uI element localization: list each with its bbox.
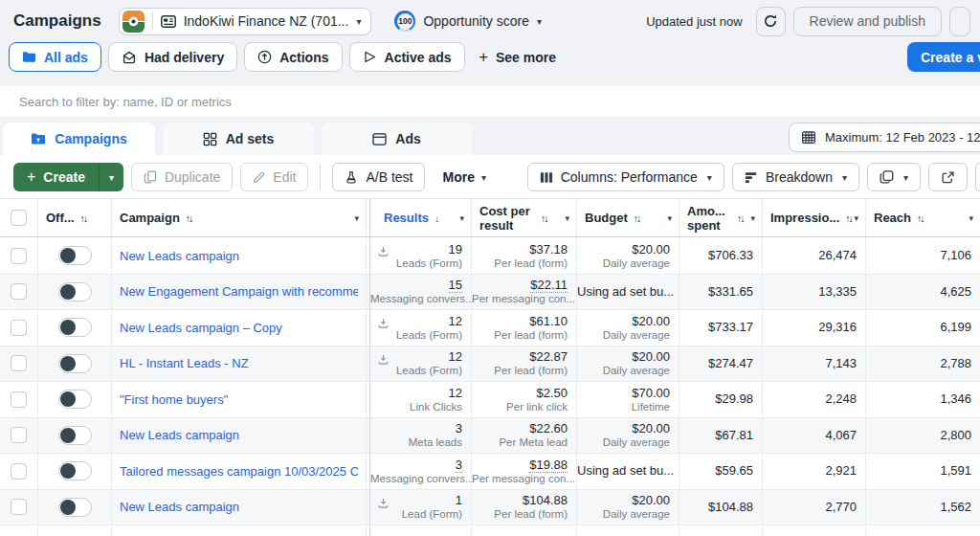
column-header-reach[interactable]: Reach ↑↓ ▾ <box>866 199 980 236</box>
account-name: IndoKiwi Finance NZ (701... <box>184 13 349 29</box>
filter-actions[interactable]: Actions <box>244 42 342 72</box>
results-label: Meta leads <box>370 436 462 449</box>
duplicate-icon <box>144 170 157 184</box>
column-header-campaign[interactable]: Campaign ↑↓ ▾ <box>112 199 367 236</box>
cost-per-result-label: Per Meta lead <box>472 436 568 449</box>
campaign-toggle[interactable] <box>58 354 92 373</box>
budget-value-cell: $20.00Daily average <box>577 346 679 382</box>
ad-account-icon <box>161 15 176 28</box>
tab-ad-sets[interactable]: Ad sets <box>163 123 314 155</box>
toggle-knob <box>60 463 76 479</box>
tab-campaigns[interactable]: Campaigns <box>3 123 155 155</box>
campaign-toggle[interactable] <box>58 498 92 517</box>
row-checkbox[interactable] <box>11 248 27 264</box>
create-view-button[interactable]: Create a view <box>907 42 980 72</box>
toolbar-right: Columns: Performance ▾ Breakdown ▾ ▾ <box>527 163 980 191</box>
select-all-cell <box>0 199 38 236</box>
column-header-amount-spent[interactable]: Amo... spent ↑↓ ▾ <box>679 199 763 236</box>
chevron-down-icon: ▾ <box>354 213 359 223</box>
row-toggle-cell <box>38 490 112 525</box>
create-dropdown-button[interactable]: ▾ <box>99 163 123 191</box>
row-checkbox[interactable] <box>11 391 27 408</box>
impressions-value: 29,316 <box>763 310 866 346</box>
partial-button[interactable] <box>975 163 980 191</box>
row-checkbox[interactable] <box>11 463 27 480</box>
row-toggle-cell <box>38 275 112 310</box>
updated-status: Updated just now <box>646 14 742 29</box>
toolbar-left: + Create ▾ Duplicate Edit A/B test More … <box>13 163 496 191</box>
amount-spent-value: $274.47 <box>679 346 763 382</box>
more-button[interactable]: More ▾ <box>433 169 495 185</box>
toggle-knob <box>60 320 76 335</box>
create-button[interactable]: + Create <box>13 163 99 191</box>
filter-all-ads[interactable]: All ads <box>9 42 101 72</box>
row-checkbox[interactable] <box>11 427 27 443</box>
campaign-toggle[interactable] <box>58 426 92 445</box>
campaign-name-link[interactable]: Tailored messages campaign 10/03/2025 Ca… <box>120 464 358 479</box>
reports-button[interactable]: ▾ <box>867 163 921 191</box>
row-select-cell <box>0 418 38 454</box>
table-body: New Leads campaign19Leads (Form)$37.18Pe… <box>0 238 980 536</box>
campaign-toggle[interactable] <box>58 246 92 265</box>
results-value: 15 <box>449 278 462 293</box>
refresh-button[interactable] <box>756 7 786 36</box>
column-header-budget[interactable]: Budget ↑↓ ▾ <box>577 199 679 236</box>
breakdown-button[interactable]: Breakdown ▾ <box>732 163 859 191</box>
tab-ads[interactable]: Ads <box>322 123 472 155</box>
campaign-name-link[interactable]: New Engagement Campaign with recommen... <box>120 284 358 299</box>
row-checkbox[interactable] <box>11 499 27 515</box>
campaign-toggle[interactable] <box>58 282 92 302</box>
score-value: 100 <box>397 13 413 30</box>
reach-value: 1,562 <box>866 490 980 525</box>
campaign-name-link[interactable]: New Leads campaign <box>120 428 239 442</box>
results-value-cell: 12Leads (Form) <box>370 346 472 382</box>
row-checkbox[interactable] <box>11 283 27 300</box>
divider <box>320 165 321 190</box>
budget-cell: Using ad set bu... <box>577 275 679 310</box>
campaign-name-link[interactable]: "First home buyers" <box>120 392 228 407</box>
budget-label: Daily average <box>577 257 670 270</box>
column-header-off[interactable]: Off... ↑↓ <box>38 199 112 236</box>
campaign-name-link[interactable]: New Leads campaign – Copy <box>120 321 282 335</box>
date-range-selector[interactable]: Maximum: 12 Feb 2023 - 12 Mar 2023 <box>789 123 980 152</box>
campaigns-folder-icon <box>31 132 46 145</box>
account-selector[interactable]: IndoKiwi Finance NZ (701... ▾ <box>119 8 372 35</box>
table-row: New Leads campaign19Leads (Form)$37.18Pe… <box>0 238 980 275</box>
edit-button[interactable]: Edit <box>240 163 308 191</box>
divider <box>152 12 153 30</box>
column-header-impressions[interactable]: Impressio... ↑↓ ▾ <box>763 199 866 236</box>
top-bar: Campaigns IndoKiwi Finance NZ (701... ▾ … <box>0 0 980 42</box>
search-input[interactable] <box>0 94 980 110</box>
columns-button[interactable]: Columns: Performance ▾ <box>527 163 724 191</box>
impressions-value: 4,067 <box>763 418 866 454</box>
campaign-toggle[interactable] <box>58 318 92 337</box>
opportunity-score[interactable]: 100 Opportunity score ▾ <box>394 11 542 32</box>
review-and-publish-button[interactable]: Review and publish <box>793 7 942 36</box>
campaign-name-cell: New Leads campaign <box>112 418 367 454</box>
campaign-name-link[interactable]: New Leads campaign <box>120 249 239 263</box>
ab-test-button[interactable]: A/B test <box>332 163 425 191</box>
filter-label: Active ads <box>385 50 452 65</box>
campaign-toggle[interactable] <box>58 390 92 409</box>
filter-active-ads[interactable]: Active ads <box>349 42 465 72</box>
amount-spent-value: $29.98 <box>679 382 763 417</box>
campaign-toggle[interactable] <box>58 461 92 480</box>
export-button[interactable] <box>928 163 968 191</box>
partial-button[interactable] <box>949 7 970 36</box>
column-header-cost-per-result[interactable]: Cost per result ↑↓ ▾ <box>472 199 577 236</box>
select-all-checkbox[interactable] <box>11 210 27 226</box>
row-checkbox[interactable] <box>11 320 27 336</box>
results-label: Leads (Form) <box>370 365 462 377</box>
row-select-cell <box>0 346 38 382</box>
campaign-name-link[interactable]: New Leads campaign <box>120 500 239 514</box>
score-gauge-icon: 100 <box>394 11 415 32</box>
row-checkbox[interactable] <box>11 355 27 371</box>
lead-form-download-icon <box>378 246 389 257</box>
filter-had-delivery[interactable]: Had delivery <box>108 42 237 72</box>
see-more-button[interactable]: + See more <box>472 49 564 66</box>
row-select-cell <box>0 275 38 310</box>
budget-value: $20.00 <box>632 349 670 364</box>
duplicate-button[interactable]: Duplicate <box>131 163 233 191</box>
column-header-results[interactable]: Results ↓ ▾ <box>370 199 472 236</box>
campaign-name-link[interactable]: HL - Instant Leads - NZ <box>120 356 249 370</box>
